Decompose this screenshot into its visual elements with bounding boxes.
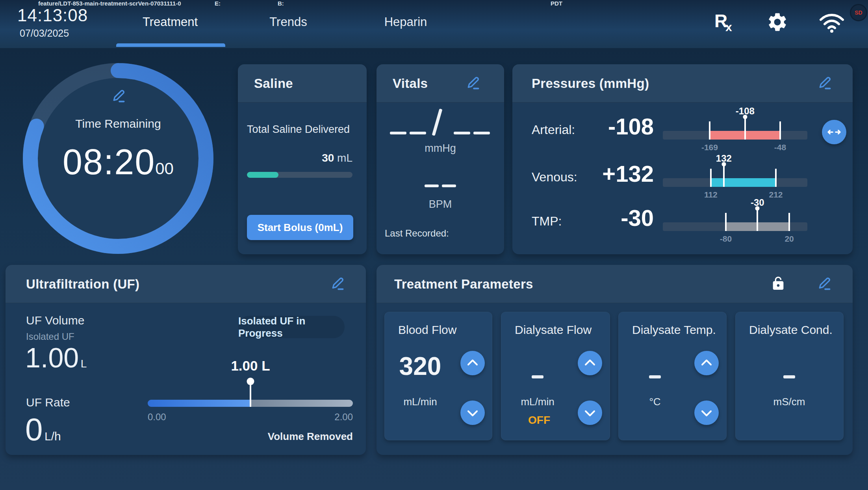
tab-treatment[interactable]: Treatment xyxy=(143,15,198,29)
start-bolus-button[interactable]: Start Bolus (0mL) xyxy=(247,215,353,240)
tab-heparin[interactable]: Heparin xyxy=(384,15,427,29)
time-remaining-value: 08:2000 xyxy=(63,142,174,183)
bp-slash xyxy=(432,108,443,136)
clock-date: 07/03/2025 xyxy=(20,28,69,39)
timezone-label: PDT xyxy=(551,0,562,7)
blood-flow-value: 320 xyxy=(399,352,441,381)
uf-volume-sublabel: Isolated UF xyxy=(26,331,74,342)
venous-gauge-fill xyxy=(711,178,776,187)
saline-progress-fill xyxy=(247,172,278,178)
blood-flow-label: Blood Flow xyxy=(398,323,456,337)
treatment-parameters-card: Treatment Parameters Blood Flow 320 mL/m… xyxy=(377,265,853,455)
hr-unit: BPM xyxy=(429,198,452,211)
dialysate-flow-unit: mL/min xyxy=(521,396,554,408)
dialysate-flow-label: Dialysate Flow xyxy=(515,323,592,337)
dialysate-cond-unit: mS/cm xyxy=(773,396,805,408)
uf-slider-fill xyxy=(148,400,250,407)
debug-b-label: B: xyxy=(278,0,284,7)
tmp-label: TMP: xyxy=(532,214,562,229)
unlock-icon[interactable] xyxy=(770,275,786,293)
uf-rate-value: 0 L/h xyxy=(25,412,61,448)
uf-slider-value-label: 1.00 L xyxy=(231,358,270,374)
last-recorded-label: Last Recorded: xyxy=(385,228,449,239)
dialysate-temp-increase-button[interactable] xyxy=(694,351,719,375)
edit-uf-icon[interactable] xyxy=(330,276,345,291)
blood-flow-decrease-button[interactable] xyxy=(460,401,485,425)
saline-delivered-value: 30 mL xyxy=(322,152,352,164)
uf-rate-label: UF Rate xyxy=(26,396,70,409)
dialysate-cond-value xyxy=(783,375,795,378)
isolated-uf-status-badge: Isolated UF in Progress xyxy=(238,316,345,338)
vitals-card: Vitals mmHg BPM Last Recorded: xyxy=(377,64,504,254)
uf-slider-min: 0.00 xyxy=(148,412,166,423)
dialysate-flow-increase-button[interactable] xyxy=(578,351,602,375)
uf-slider xyxy=(148,400,353,407)
saline-title: Saline xyxy=(254,76,293,91)
sd-card-badge: SD xyxy=(850,4,867,21)
bp-unit: mmHg xyxy=(425,142,456,155)
uf-volume-label: UF Volume xyxy=(26,314,84,327)
uf-slider-max: 2.00 xyxy=(334,412,353,423)
chevron-up-icon xyxy=(582,357,598,369)
wifi-icon[interactable] xyxy=(818,12,845,33)
settings-gear-icon[interactable] xyxy=(766,11,788,33)
treatment-parameters-title: Treatment Parameters xyxy=(394,277,533,292)
venous-label: Venous: xyxy=(532,170,577,184)
uf-slider-thumb[interactable] xyxy=(247,378,254,385)
uf-slider-caption: Volume Removed xyxy=(268,430,353,443)
venous-gauge: 132 112 212 xyxy=(663,154,807,197)
dialysate-flow-status: OFF xyxy=(528,414,550,427)
blood-flow-increase-button[interactable] xyxy=(460,351,485,375)
clock-time: 14:13:08 xyxy=(17,6,88,25)
dialysate-flow-value xyxy=(532,375,543,378)
prescription-rx-icon[interactable]: R x xyxy=(714,10,738,34)
arterial-label: Arterial: xyxy=(532,123,575,137)
active-tab-indicator xyxy=(116,43,225,47)
tab-trends[interactable]: Trends xyxy=(269,15,307,29)
vitals-title: Vitals xyxy=(393,76,428,91)
blood-flow-unit: mL/min xyxy=(403,396,437,408)
edit-time-icon[interactable] xyxy=(111,88,126,103)
left-right-arrows-icon xyxy=(826,124,842,140)
dialysate-temp-value xyxy=(649,375,661,378)
arterial-marker xyxy=(744,117,746,140)
dialysate-flow-param: Dialysate Flow mL/min OFF xyxy=(501,312,610,440)
tmp-gauge: -30 -80 20 xyxy=(663,198,807,241)
venous-marker xyxy=(723,165,725,187)
uf-card: Ultrafiltration (UF) UF Volume Isolated … xyxy=(6,265,366,455)
tmp-marker xyxy=(757,209,758,231)
saline-progress-track xyxy=(247,172,352,178)
treatment-screen: feature/LDT-853-main-treatment-scrVen-07… xyxy=(0,0,868,490)
arterial-gauge: -108 -169 -48 xyxy=(663,106,807,150)
time-remaining-label: Time Remaining xyxy=(75,117,161,130)
pressure-scale-shift-button[interactable] xyxy=(822,120,846,144)
saline-card: Saline Total Saline Delivered 30 mL Star… xyxy=(238,64,367,254)
arterial-value: -108 xyxy=(583,113,654,140)
uf-title: Ultrafiltration (UF) xyxy=(26,277,139,292)
dialysate-temp-decrease-button[interactable] xyxy=(694,401,719,425)
chevron-down-icon xyxy=(582,406,598,419)
dialysate-temp-label: Dialysate Temp. xyxy=(632,323,716,337)
pressures-title: Pressures (mmHg) xyxy=(532,76,649,91)
saline-delivered-label: Total Saline Delivered xyxy=(247,123,350,136)
blood-flow-param: Blood Flow 320 mL/min xyxy=(384,312,492,440)
dialysate-flow-decrease-button[interactable] xyxy=(578,401,602,425)
chevron-down-icon xyxy=(698,406,715,419)
venous-value: +132 xyxy=(583,160,654,187)
tmp-value: -30 xyxy=(583,205,654,231)
edit-treatment-parameters-icon[interactable] xyxy=(817,276,832,291)
chevron-up-icon xyxy=(464,357,481,369)
dialysate-temp-param: Dialysate Temp. °C xyxy=(618,312,727,440)
dialysate-cond-label: Dialysate Cond. xyxy=(749,323,833,337)
edit-vitals-icon[interactable] xyxy=(466,75,480,90)
chevron-down-icon xyxy=(464,406,481,419)
pressures-card: Pressures (mmHg) Arterial: -108 -108 -16… xyxy=(512,64,853,254)
dialysate-temp-unit: °C xyxy=(649,396,660,408)
dialysate-cond-param: Dialysate Cond. mS/cm xyxy=(735,312,844,440)
uf-volume-value: 1.00 L xyxy=(25,342,87,374)
edit-pressures-icon[interactable] xyxy=(817,75,832,90)
chevron-up-icon xyxy=(698,357,715,369)
debug-e-label: E: xyxy=(215,0,221,7)
